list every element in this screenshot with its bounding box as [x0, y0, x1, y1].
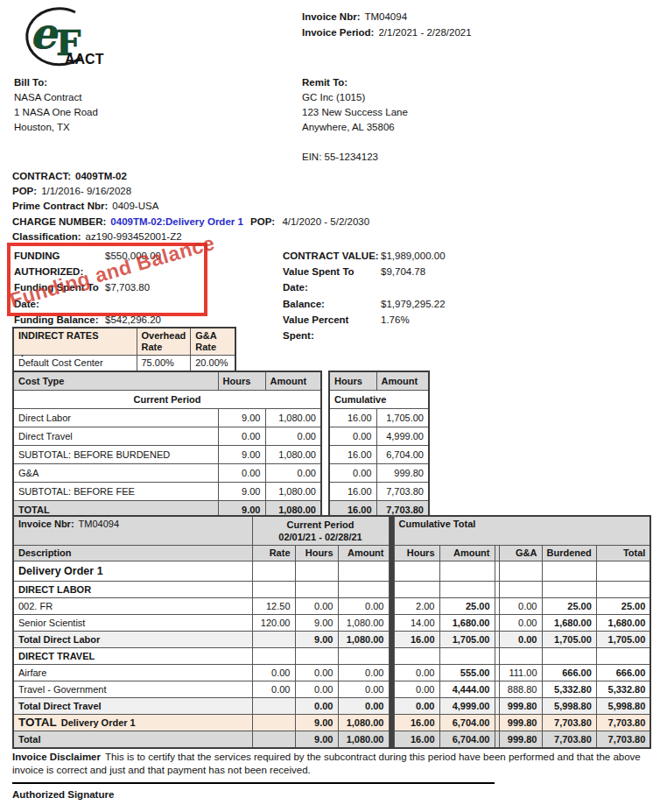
ga-rate-value: 20.00% — [191, 356, 235, 372]
value-percent-value: 1.76% — [381, 312, 410, 343]
summary-row: 16.00 6,704.00 — [329, 446, 429, 464]
total-cell: 5,332.80 — [596, 681, 650, 698]
pop-label: POP: — [12, 186, 37, 196]
invoice-meta: Invoice Nbr:TM04094 Invoice Period:2/1/2… — [302, 9, 472, 40]
total-direct-travel-row: Total Direct Travel 0.00 0.00 0.00 4,999… — [13, 698, 650, 715]
hours-cell: 9.00 — [218, 483, 265, 501]
current-period-summary-table: Current Period Cost Type Hours Amount Di… — [12, 371, 322, 520]
amount-cell: 0.00 — [265, 427, 321, 446]
rate-cell: 12.50 — [252, 598, 295, 615]
total-word: TOTAL — [18, 716, 57, 729]
efaact-logo: e F AACT — [11, 4, 114, 71]
amount-cell: 0.00 — [338, 665, 389, 681]
cum-hours-cell: 0.00 — [394, 681, 439, 698]
cum-amount-cell: 555.00 — [439, 665, 495, 681]
travel-row: Travel - Government 0.00 0.00 0.00 0.00 … — [13, 681, 650, 698]
bill-to-line: NASA Contract — [14, 90, 98, 105]
ga-cell: 999.80 — [499, 715, 542, 731]
current-period-header-row: Cost Type Hours Amount — [13, 371, 321, 391]
total-cell: 5,998.80 — [596, 698, 650, 715]
section-title: DIRECT LABOR — [13, 582, 252, 598]
hours-cell: 9.00 — [295, 632, 338, 648]
amount-cell: 6,704.00 — [376, 446, 429, 464]
travel-row: Airfare 0.00 0.00 0.00 0.00 555.00 111.0… — [13, 665, 650, 681]
cost-type-cell: SUBTOTAL: BEFORE BURDENED — [13, 446, 218, 464]
hours-cell: 0.00 — [329, 427, 376, 446]
cost-type-header: Cost Type — [13, 371, 218, 391]
cum-amount-cell: 1,705.00 — [439, 632, 495, 648]
cumulative-title: Cumulative — [329, 391, 429, 409]
col-ga: G&A — [499, 546, 542, 561]
authorized-signature-label: Authorized Signature — [12, 789, 114, 800]
summary-row: SUBTOTAL: BEFORE FEE 9.00 1,080.00 — [13, 483, 321, 501]
hours-cell: 0.00 — [295, 598, 338, 615]
burdened-cell: 7,703.80 — [542, 715, 596, 731]
cum-hours-cell: 16.00 — [394, 715, 439, 731]
hours-header: Hours — [329, 371, 376, 391]
amount-cell: 1,080.00 — [338, 632, 389, 648]
hours-cell: 16.00 — [329, 483, 376, 501]
value-row: Balance: $1,979,295.22 — [283, 296, 446, 312]
burdened-cell: 666.00 — [542, 665, 596, 681]
bill-to-line: 1 NASA One Road — [14, 105, 98, 120]
current-period-line2: 02/01/21 - 02/28/21 — [257, 531, 384, 543]
contract-line: CONTRACT:0409TM-02 — [12, 169, 369, 184]
cum-amount-cell: 4,999.00 — [439, 698, 495, 715]
contract-value-summary: CONTRACT VALUE: $1,989,000.00 Value Spen… — [283, 248, 446, 343]
amount-header: Amount — [265, 371, 321, 391]
hours-cell: 16.00 — [329, 446, 376, 464]
total-delivery-order-row: TOTALDelivery Order 1 9.00 1,080.00 16.0… — [13, 715, 650, 731]
contract-value: 0409TM-02 — [75, 171, 127, 181]
description-cell: 002. FR — [13, 598, 252, 615]
delivery-order-group-row: Delivery Order 1 — [13, 561, 650, 582]
remit-to-block: Remit To: GC Inc (1015) 123 New Success … — [302, 75, 408, 165]
total-order-name: Delivery Order 1 — [61, 717, 136, 728]
cum-hours-cell: 14.00 — [394, 615, 439, 632]
rate-cell: 0.00 — [252, 665, 295, 681]
burdened-cell: 1,680.00 — [542, 615, 596, 632]
contract-value-value: $1,989,000.00 — [381, 248, 446, 264]
amount-cell: 0.00 — [338, 698, 389, 715]
amount-cell: 1,080.00 — [265, 446, 321, 464]
hours-cell: 9.00 — [218, 446, 265, 464]
ga-cell: 0.00 — [499, 615, 542, 632]
ein-line: EIN: 55-1234123 — [302, 150, 408, 165]
summary-row: Direct Travel 0.00 0.00 — [13, 427, 321, 446]
hours-cell: 9.00 — [295, 615, 338, 632]
value-row: Value Spent To Date: $9,704.78 — [283, 264, 446, 295]
invoice-period-label: Invoice Period: — [302, 27, 374, 38]
amount-cell: 0.00 — [338, 598, 389, 615]
prime-contract-value: 0409-USA — [112, 201, 158, 211]
summary-row: Direct Labor 9.00 1,080.00 — [13, 409, 321, 427]
cum-amount-cell: 6,704.00 — [439, 715, 495, 731]
summary-row: 0.00 4,999.00 — [329, 427, 429, 446]
prime-contract-label: Prime Contract Nbr: — [12, 201, 108, 211]
total-cell: 7,703.80 — [596, 731, 650, 749]
cost-type-cell: G&A — [13, 464, 218, 483]
ga-cell: 0.00 — [499, 598, 542, 615]
labor-row: 002. FR 12.50 0.00 0.00 2.00 25.00 0.00 … — [13, 598, 650, 615]
cost-type-cell: SUBTOTAL: BEFORE FEE — [13, 483, 218, 501]
description-cell: Airfare — [13, 665, 252, 681]
cost-type-cell: Direct Travel — [13, 427, 218, 446]
charge-number-link[interactable]: 0409TM-02:Delivery Order 1 — [110, 216, 243, 227]
amount-cell: 7,703.80 — [376, 483, 429, 501]
amount-cell: 1,705.00 — [376, 409, 429, 427]
description-cell: Senior Scientist — [13, 615, 252, 632]
value-row: Value Percent Spent: 1.76% — [283, 312, 446, 343]
ga-cell: 999.80 — [499, 698, 542, 715]
description-cell: Total Direct Travel — [13, 698, 252, 715]
ga-rate-header: G&A Rate — [191, 328, 235, 356]
summary-row: 0.00 999.80 — [329, 464, 429, 483]
burdened-cell: 7,703.80 — [542, 731, 596, 749]
ga-cell: 111.00 — [499, 665, 542, 681]
grand-total-row: Total 9.00 1,080.00 16.00 6,704.00 999.8… — [13, 731, 650, 749]
prime-contract-line: Prime Contract Nbr:0409-USA — [12, 199, 369, 214]
group-title: Delivery Order 1 — [13, 561, 252, 582]
indirect-rates-title: INDIRECT RATES — [13, 328, 137, 356]
invoice-number-value: TM04094 — [364, 11, 407, 22]
amount-cell: 0.00 — [338, 681, 389, 698]
cumulative-header-row: Hours Amount — [329, 371, 429, 391]
total-cell: 25.00 — [596, 598, 650, 615]
disclaimer-text: This is to certify that the services req… — [12, 752, 641, 776]
